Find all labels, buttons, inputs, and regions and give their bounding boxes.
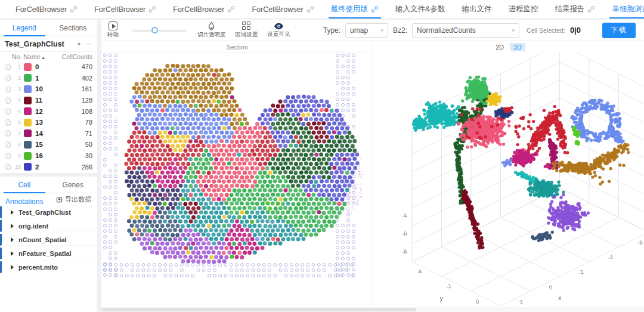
annotation-item[interactable]: nFeature_Spatial [0,248,97,260]
plot-toolbar: 转动 切片透明度 区域设置 [101,20,644,41]
tab-legend[interactable]: Legend [0,20,49,36]
spatial-section-plot[interactable] [101,53,373,308]
legend-row[interactable]: 4 11 128 [0,95,97,106]
visibility-eye-icon[interactable] [5,108,11,115]
menu-tab-label: 进程监控 [508,4,538,14]
cluster-cell-count: 286 [82,163,92,171]
legend-row[interactable]: 9 16 30 [0,150,97,162]
region-settings-tool[interactable]: 区域设置 [236,21,258,39]
more-icon[interactable]: ⋯ [85,40,92,48]
tab-sections[interactable]: Sections [49,20,98,36]
menu-tab[interactable]: 单细胞浏览器 [603,0,644,18]
legend-row-index: 5 [11,109,21,115]
menu-tab-label: 输出文件 [462,4,491,14]
top-navbar: ForCellBrowser ForCellBrowser [0,0,644,19]
visibility-eye-icon[interactable] [5,97,11,104]
export-label: 导出数据 [65,195,91,204]
link-icon [70,5,78,13]
cluster-cell-count: 108 [82,108,92,115]
visibility-eye-icon[interactable] [5,64,11,70]
workflow-tab-label: ForCellBrowser [94,5,145,14]
horizontal-scrollbar[interactable] [101,307,644,312]
menu-tab-label: 单细胞浏览器 [612,4,644,14]
legend-row[interactable]: 8 15 50 [0,139,97,150]
slice-opacity-tool[interactable]: 切片透明度 [197,21,226,39]
legend-row[interactable]: 10 2 286 [0,161,97,172]
legend-row[interactable]: 6 13 78 [0,117,97,128]
workflow-tab[interactable]: ForCellBrowser [86,0,165,18]
menu-tab[interactable]: 结果报告 [546,0,603,18]
expand-arrow-icon[interactable] [11,265,14,270]
link-icon [227,5,235,13]
col-no-name[interactable]: No. Name [12,53,40,60]
legend-row[interactable]: 5 12 108 [0,106,97,117]
cluster-select[interactable]: Test_GraphClust ▾ ⋯ [0,36,97,52]
tab-cell-annotations[interactable]: Cell Annotations [0,177,49,193]
workflow-tab-label: ForCellBrowser [173,5,224,14]
legend-row[interactable]: 1 0 470 [0,61,97,73]
menu-tab[interactable]: 输出文件 [453,0,500,18]
view-2d-button[interactable]: 2D [492,43,507,51]
legend-row-index: 3 [11,86,21,92]
sort-asc-icon[interactable]: ▲ [41,55,45,60]
cluster-name: 12 [35,108,82,115]
section-title: Section [101,41,373,53]
visibility-eye-icon[interactable] [5,141,11,148]
droplet-icon [208,21,215,30]
annotation-item[interactable]: percent.mito [0,261,97,273]
set-visible-tool[interactable]: 设置可见 [268,23,290,38]
slider-handle[interactable] [151,27,158,33]
annotation-item[interactable]: orig.ident [0,220,97,232]
legend-row[interactable]: 7 14 71 [0,128,97,140]
type-select[interactable]: umap ▾ [345,23,388,38]
bz2-select-value: NormalizedCounts [417,26,507,35]
menu-tab[interactable]: 进程监控 [500,0,546,18]
expand-arrow-icon[interactable] [11,237,14,242]
expand-arrow-icon[interactable] [11,224,14,228]
legend-row[interactable]: 3 10 161 [0,84,97,95]
cluster-color-swatch [24,163,32,171]
cluster-name: 2 [35,163,82,171]
visibility-eye-icon[interactable] [5,75,11,81]
scrollbar-thumb[interactable] [101,308,416,311]
opacity-slider[interactable] [132,26,187,35]
annotation-item[interactable]: nCount_Spatial [0,234,97,246]
play-rotate-icon [109,21,117,30]
cluster-cell-count: 30 [85,152,92,159]
view-3d-button[interactable]: 3D [510,43,525,51]
legend-row-index: 4 [11,97,21,103]
visibility-eye-icon[interactable] [5,163,11,170]
menu-tab[interactable]: 输入文件&参数 [387,0,453,18]
rotate-label: 转动 [107,31,119,39]
workflow-tab[interactable]: ForCellBrowser [165,0,243,18]
visibility-eye-icon[interactable] [5,86,11,92]
umap-3d-panel [373,53,644,308]
slider-track[interactable] [132,30,187,32]
workflow-tab[interactable]: ForCellBrowser [7,0,86,18]
cluster-color-swatch [24,152,32,160]
umap-3d-scatter-plot[interactable] [373,53,643,308]
expand-arrow-icon[interactable] [11,251,14,256]
tab-genes[interactable]: Genes [49,177,98,193]
cluster-cell-count: 161 [82,85,92,92]
left-sidebar: Legend Sections Test_GraphClust ▾ ⋯ No. … [0,20,97,312]
cluster-name: 13 [35,119,85,126]
bz2-select[interactable]: NormalizedCounts ▾ [412,23,519,38]
legend-row-index: 2 [11,75,21,81]
set-visible-label: 设置可见 [268,30,290,38]
visibility-eye-icon[interactable] [5,153,11,159]
export-icon [56,196,63,203]
workflow-tab[interactable]: 最终使用版 [323,0,388,18]
visibility-eye-icon[interactable] [5,119,11,126]
workflow-tab[interactable]: ForCellBrowser [243,0,322,18]
expand-arrow-icon[interactable] [11,210,14,215]
cluster-name: 0 [35,63,82,70]
visibility-eye-icon[interactable] [5,130,11,137]
download-button[interactable]: 下载 [602,23,636,38]
cluster-cell-count: 128 [82,97,92,104]
cluster-name: 11 [35,97,82,104]
legend-row[interactable]: 2 1 402 [0,73,97,84]
menu-tab-label: 输入文件&参数 [395,4,445,14]
rotate-tool[interactable]: 转动 [107,21,119,39]
link-icon [148,5,156,13]
